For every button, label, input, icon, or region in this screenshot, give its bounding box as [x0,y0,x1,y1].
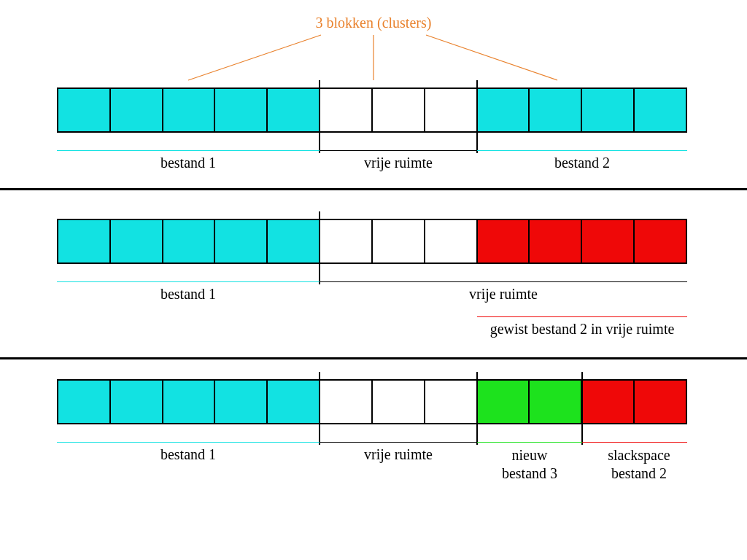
label-underline [320,442,477,443]
cluster-cell [371,88,424,133]
cluster-cell [424,219,476,264]
cluster-cell [424,88,476,133]
section-divider [0,188,747,190]
label-underline [477,316,687,317]
cluster-cell [162,88,214,133]
cluster-cell [162,379,214,424]
label-bestand-1: bestand 1 [57,286,320,303]
cluster-cell [371,219,424,264]
row-3-strip [57,379,687,424]
boundary-tick [581,372,583,445]
label-bestand-2: bestand 2 [477,155,687,171]
cluster-cell [214,219,266,264]
cluster-cell [581,88,633,133]
cluster-cell [476,379,529,424]
cluster-cell [266,379,319,424]
row-1-strip [57,88,687,133]
label-underline [582,442,687,443]
cluster-cell [109,219,162,264]
label-vrije-ruimte: vrije ruimte [320,155,477,171]
cluster-cell [476,88,529,133]
cluster-cell [57,379,109,424]
svg-line-0 [188,35,321,80]
cluster-cell [528,88,581,133]
cluster-cell [528,219,581,264]
cluster-cell [109,88,162,133]
cluster-cell [57,88,109,133]
cluster-cell [581,379,633,424]
label-bestand-1: bestand 1 [57,155,320,171]
section-divider [0,357,747,359]
cluster-cell [162,219,214,264]
cluster-cell [633,88,687,133]
cluster-cell [633,219,687,264]
label-underline [320,150,477,151]
cluster-cell [319,219,371,264]
label-slackspace: slackspace bestand 2 [573,446,705,483]
label-vrije-ruimte: vrije ruimte [320,286,687,303]
cluster-cell [581,219,633,264]
cluster-cell [109,379,162,424]
svg-line-2 [426,35,557,80]
boundary-tick [476,80,478,153]
cluster-cell [266,219,319,264]
label-underline [57,442,320,443]
boundary-tick [319,211,320,284]
diagram-stage: 3 blokken (clusters) bestand 1 vrije rui… [0,0,747,560]
label-underline [477,442,582,443]
label-deleted-file2: gewist bestand 2 in vrije ruimte [448,321,716,338]
label-vrije-ruimte: vrije ruimte [320,446,477,463]
cluster-cell [528,379,581,424]
boundary-tick [319,372,320,445]
cluster-cell [319,379,371,424]
row-2-strip [57,219,687,264]
boundary-tick [476,372,478,445]
cluster-cell [57,219,109,264]
cluster-cell [214,88,266,133]
label-underline [477,150,687,151]
title-connectors [0,0,747,95]
label-underline [320,281,687,282]
label-bestand-1: bestand 1 [57,446,320,463]
cluster-cell [476,219,529,264]
label-underline [57,150,320,151]
label-underline [57,281,320,282]
cluster-cell [633,379,687,424]
cluster-cell [371,379,424,424]
boundary-tick [319,80,320,153]
cluster-cell [424,379,476,424]
cluster-cell [319,88,371,133]
cluster-cell [214,379,266,424]
cluster-cell [266,88,319,133]
